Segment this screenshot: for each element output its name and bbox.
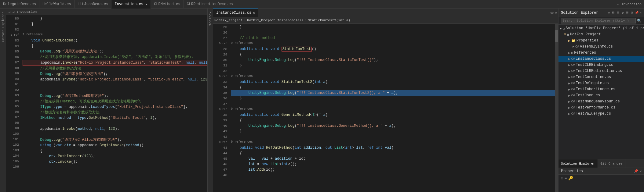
scrollbar-right[interactable] [555, 24, 558, 192]
se-title: Solution Explorer [561, 11, 598, 15]
se-sync-btn[interactable]: ⇄ [607, 10, 610, 15]
code-line-92 [23, 88, 207, 93]
project-icon: ◼ [567, 32, 569, 37]
new-tab-icon[interactable]: ⊕ [555, 11, 557, 15]
cs-file-icon: C# [571, 88, 575, 91]
ref-collapse-icon: ▶ [568, 51, 570, 55]
tab-instanceclass[interactable]: InstanceClass.cs ✕ [213, 9, 258, 17]
close-icon[interactable]: ✕ [146, 2, 147, 6]
se-pin-btn[interactable]: 📌 [635, 11, 639, 15]
cs-icon: ▶ [568, 106, 570, 110]
se-filter-btn[interactable]: ⊠ [626, 10, 629, 15]
toolbox-label: Toolbox [209, 12, 212, 26]
tab-helloworld[interactable]: HelloWorld.cs [39, 0, 75, 9]
cs-icon: ▶ [568, 87, 570, 91]
code-line-93: Debug.Log("通过IMethod调用方法"); [23, 93, 207, 99]
gutter [213, 24, 217, 192]
tree-assemblyinfo[interactable]: ▶ C# AssemblyInfo.cs [558, 44, 644, 50]
se-tab-git-changes[interactable]: Git Changes [598, 159, 625, 168]
cs-file-icon: C# [571, 82, 575, 85]
right-code-content[interactable]: } // static method 0 references public s… [230, 24, 555, 192]
search-icon: 🔍 [637, 19, 642, 23]
testperformance-label: TestPerformance.cs [576, 105, 616, 110]
prop-title: Properties [561, 169, 583, 173]
close-icon[interactable]: ✕ [253, 11, 255, 15]
code-line-r39: { [231, 118, 555, 123]
left-code-area[interactable]: 80 81 82 1 ref 83 84 85 86 87 88 89 90 9… [6, 15, 207, 192]
prop-pin-icon[interactable]: 📌 [634, 169, 638, 173]
se-refresh-btn[interactable]: ↻ [621, 10, 624, 15]
solution-indicator: ◻ [563, 27, 565, 30]
se-tree: ▶ ◻ Solution 'HotFix Project' (1 of 1 pr… [558, 25, 644, 159]
prop-key-icon[interactable]: 🔑 [568, 176, 573, 181]
tree-solution[interactable]: ▶ ◻ Solution 'HotFix Project' (1 of 1 pr… [558, 25, 644, 31]
se-tab-solution-explorer[interactable]: Solution Explorer [558, 159, 598, 168]
code-line-r33: public static void StaticFunTest2(int a) [231, 79, 555, 85]
se-properties-btn[interactable]: ⊞ [616, 10, 620, 15]
tree-testdelegate[interactable]: ▶ C# TestDelegate.cs [558, 80, 644, 86]
cs-icon: ▶ [568, 75, 570, 79]
cs-file-icon: C# [571, 94, 575, 97]
code-line-r36: } [231, 96, 555, 101]
scroll-left-icon[interactable]: ◁ [550, 11, 552, 15]
cs-icon: ▶ [568, 63, 570, 67]
code-line-100 [23, 132, 207, 137]
tree-properties[interactable]: ▶ 📁 Properties [558, 37, 644, 44]
folder-icon: ▶ [568, 39, 570, 43]
right-code-area[interactable]: 25 26 27 0 ref 28 29 30 31 32 0 ref 33 3… [213, 24, 558, 192]
left-editor-pane: ↵ ↵ Invocation 80 81 82 1 ref 83 84 85 8… [6, 9, 208, 192]
references-icon: ⊞ [571, 51, 573, 55]
se-search-input[interactable] [561, 18, 636, 23]
se-unpin-btn[interactable]: ✕ [640, 11, 642, 15]
code-line-r31: } [231, 63, 555, 68]
code-line-ref33: 0 references [231, 74, 555, 79]
tree-testcoroutine[interactable]: ▶ C# TestCoroutine.cs [558, 74, 644, 80]
tab-clrmethod[interactable]: CLRMethod.cs [151, 0, 184, 9]
main-content: Server Explorer ↵ ↵ Invocation 80 81 82 … [0, 9, 644, 192]
tree-instanceclass[interactable]: ▶ C# InstanceClass.cs [558, 56, 644, 62]
right-breadcrumb-project: HotFix_Project [214, 19, 242, 22]
tab-label: LitJsonDemo.cs [78, 2, 108, 6]
scroll-right-icon[interactable]: ▷ [552, 11, 555, 15]
se-collapse-btn[interactable]: ⊟ [612, 10, 615, 15]
tab-clrredirection[interactable]: CLRRedirectionDemo.cs [184, 0, 236, 9]
code-line-ref43: 0 references [231, 140, 555, 145]
code-line-103: { [23, 148, 207, 154]
cs-icon: ▶ [568, 100, 570, 104]
tree-project[interactable]: ▼ ◼ HotFix_Project [558, 31, 644, 37]
code-line-89: Debug.Log("调用带参数的静态方法"); [23, 71, 207, 77]
left-code-content[interactable]: } } 1 reference void OnHotFixLoaded() { … [21, 15, 207, 192]
cs-file-icon: C# [571, 100, 575, 103]
prop-close-icon[interactable]: ✕ [639, 169, 642, 173]
se-settings-btn[interactable]: ⚙ [630, 10, 634, 15]
tree-testclrbinding[interactable]: ▶ C# TestCLRBinding.cs [558, 62, 644, 68]
cs-file-icon: C# [571, 69, 575, 73]
tab-invocation[interactable]: Invocation.cs ✕ [111, 0, 151, 9]
prop-grid-icon[interactable]: ⊞ [561, 176, 563, 181]
tab-delegatedemo[interactable]: DelegateDemo.cs [0, 0, 39, 9]
code-line-r43: public void RefOutMethod(int addition, o… [231, 145, 555, 151]
tree-testvaluetype[interactable]: ▶ C# TestValueType.cs [558, 111, 644, 117]
code-line-ref28: 0 references [231, 41, 555, 46]
tree-testperformance[interactable]: ▶ C# TestPerformance.cs [558, 105, 644, 111]
properties-panel: Properties 📌 ✕ ⊞ ≡ 🔑 [558, 168, 644, 192]
prop-list-icon[interactable]: ≡ [565, 176, 567, 181]
code-line-98 [23, 121, 207, 126]
tree-testclrredirection[interactable]: ▶ C# TestCLRRedirection.cs [558, 68, 644, 74]
server-explorer-label: Server Explorer [1, 12, 5, 42]
code-line-83: void OnHotFixLoaded() [23, 38, 207, 43]
server-explorer-strip: Server Explorer [0, 9, 6, 192]
tree-testmonobehaviour[interactable]: ▶ C# TestMonoBehaviour.cs [558, 98, 644, 105]
code-line-90: appdomain.Invoke("HotFix_Project.Instanc… [23, 77, 207, 82]
instanceclass-label: InstanceClass.cs [576, 57, 611, 61]
tree-testjson[interactable]: ▶ C# TestJson.cs [558, 92, 644, 98]
code-line-102: using (var ctx = appdomain.BeginInvoke(m… [23, 143, 207, 148]
tab-litjsondemo[interactable]: LitJsonDemo.cs [75, 0, 112, 9]
code-line-r44: { [231, 151, 555, 156]
tree-references[interactable]: ▶ ⊞ References [558, 50, 644, 56]
invocation-breadcrumb: ↵ Invocation [615, 2, 644, 6]
code-line-88: //调用带参数的静态方法 [23, 66, 207, 71]
tree-testinheritance[interactable]: ▶ C# TestInheritance.cs [558, 86, 644, 92]
code-line-104: ctx.PushInteger(123); [23, 154, 207, 159]
right-editor-pane: InstanceClass.cs ✕ ◁ ▷ ⊕ HotFix_Project … [213, 9, 558, 192]
